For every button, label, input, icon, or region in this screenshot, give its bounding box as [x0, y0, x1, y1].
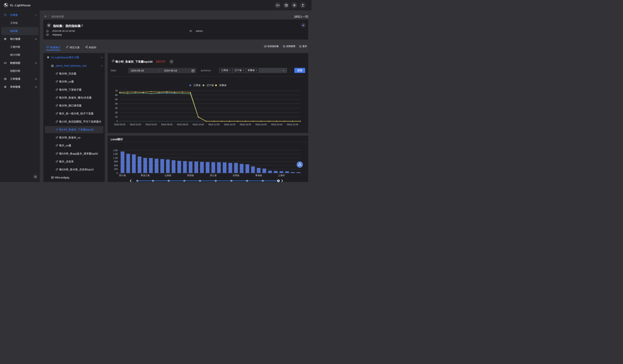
svg-text:0918 06:00: 0918 06:00	[161, 123, 173, 126]
svg-text:0918 18:00: 0918 18:00	[255, 123, 267, 126]
svg-text:辽宁省: 辽宁省	[206, 84, 214, 87]
svg-text:4K: 4K	[115, 103, 118, 105]
svg-text:2K: 2K	[115, 111, 118, 114]
svg-text:0918 14:00: 0918 14:00	[224, 123, 235, 126]
svg-text:0918 10:00: 0918 10:00	[193, 123, 204, 126]
svg-text:上海市: 上海市	[278, 174, 285, 177]
svg-text:青海省: 青海省	[255, 174, 262, 177]
svg-text:600: 600	[114, 164, 118, 167]
svg-text:0918 12:00: 0918 12:00	[208, 123, 220, 126]
svg-text:江西省: 江西省	[193, 84, 201, 87]
svg-text:安徽省: 安徽省	[219, 84, 226, 87]
svg-text:1.2K: 1.2K	[113, 157, 118, 159]
svg-text:1.5K: 1.5K	[113, 153, 118, 155]
svg-text:5K: 5K	[115, 98, 118, 101]
svg-text:0: 0	[116, 172, 118, 174]
svg-text:0: 0	[116, 120, 118, 123]
svg-text:7K: 7K	[115, 89, 118, 92]
svg-text:山西省: 山西省	[164, 174, 171, 177]
svg-text:3K: 3K	[115, 107, 118, 109]
svg-text:四川省: 四川省	[119, 174, 126, 177]
svg-text:0918 02:00: 0918 02:00	[130, 123, 141, 126]
svg-text:0918 16:00: 0918 16:00	[240, 123, 251, 126]
svg-text:0918 22:00: 0918 22:00	[287, 123, 298, 126]
svg-text:陕西省: 陕西省	[187, 174, 194, 177]
svg-text:浙江省: 浙江省	[210, 174, 217, 177]
svg-text:900: 900	[114, 160, 118, 163]
svg-text:0918 04:00: 0918 04:00	[145, 123, 157, 126]
svg-text:甘肃省: 甘肃省	[233, 174, 239, 177]
svg-text:0918 08:00: 0918 08:00	[177, 123, 188, 126]
svg-text:1.8K: 1.8K	[113, 149, 118, 152]
svg-text:黑龙江省: 黑龙江省	[141, 174, 150, 177]
svg-text:0918 20:00: 0918 20:00	[271, 123, 283, 126]
svg-text:1K: 1K	[115, 116, 118, 118]
svg-text:6K: 6K	[115, 94, 118, 96]
svg-text:0918 00:00: 0918 00:00	[114, 123, 126, 126]
svg-text:300: 300	[114, 168, 118, 171]
